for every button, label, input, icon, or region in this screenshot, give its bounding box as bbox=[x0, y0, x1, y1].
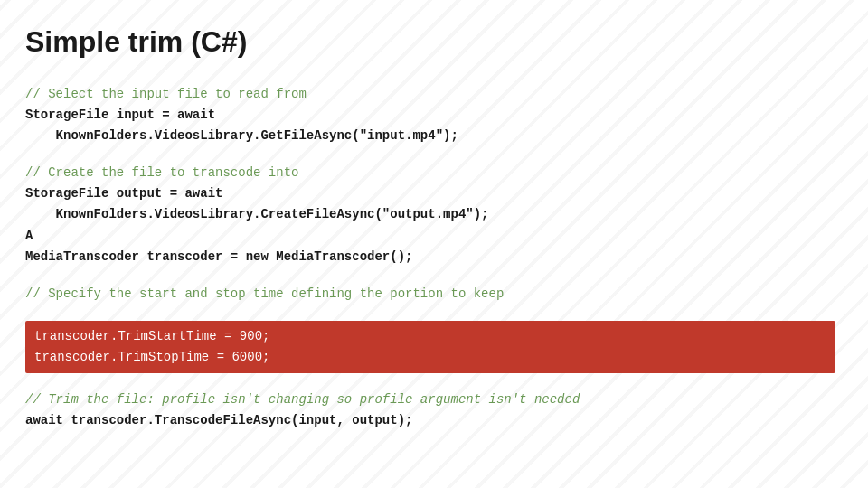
comment-2: // Create the file to transcode into bbox=[25, 163, 835, 183]
code-line-2-2: KnownFolders.VideosLibrary.CreateFileAsy… bbox=[25, 204, 835, 225]
code-block: // Select the input file to read from St… bbox=[25, 84, 835, 431]
section-2: // Create the file to transcode into Sto… bbox=[25, 163, 835, 267]
comment-4: // Trim the file: profile isn't changing… bbox=[25, 389, 835, 410]
main-content: Simple trim (C#) // Select the input fil… bbox=[0, 0, 868, 473]
code-line-2-4: MediaTranscoder transcoder = new MediaTr… bbox=[25, 247, 835, 267]
code-line-1-2: KnownFolders.VideosLibrary.GetFileAsync(… bbox=[25, 126, 835, 146]
comment-3: // Specify the start and stop time defin… bbox=[25, 284, 835, 305]
section-4: // Trim the file: profile isn't changing… bbox=[25, 389, 835, 431]
section-3-highlight: transcoder.TrimStartTime = 900; transcod… bbox=[25, 321, 835, 373]
section-3: // Specify the start and stop time defin… bbox=[25, 284, 835, 305]
page-title: Simple trim (C#) bbox=[25, 25, 835, 59]
comment-1: // Select the input file to read from bbox=[25, 84, 835, 105]
code-line-1-1: StorageFile input = await bbox=[25, 105, 835, 126]
code-line-2-1: StorageFile output = await bbox=[25, 183, 835, 204]
code-line-2-3: A bbox=[25, 226, 835, 247]
section-1: // Select the input file to read from St… bbox=[25, 84, 835, 146]
highlight-line-2: transcoder.TrimStopTime = 6000; bbox=[34, 347, 826, 368]
code-line-4-1: await transcoder.TranscodeFileAsync(inpu… bbox=[25, 410, 835, 431]
highlight-line-1: transcoder.TrimStartTime = 900; bbox=[34, 326, 826, 347]
